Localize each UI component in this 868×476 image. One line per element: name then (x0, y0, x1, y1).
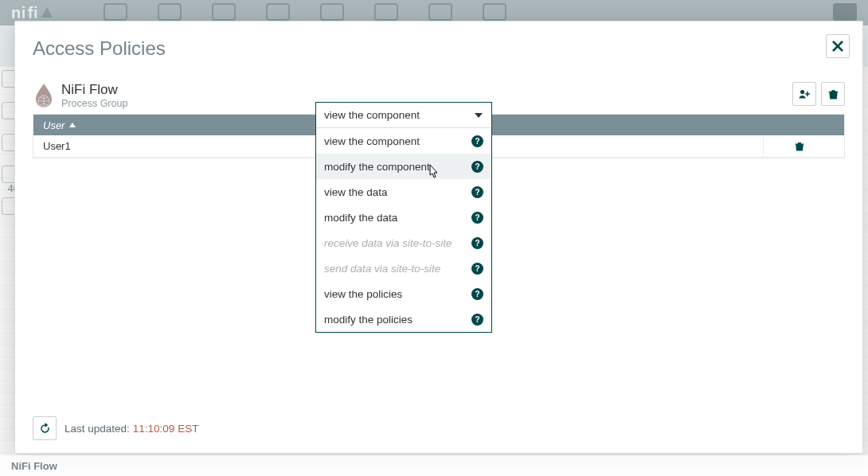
question-circle-icon[interactable]: ? (471, 237, 483, 249)
policy-option-label: receive data via site-to-site (324, 237, 452, 249)
policy-dropdown-list: view the component?modify the component?… (316, 128, 491, 332)
policy-option[interactable]: modify the component? (316, 154, 491, 179)
toolbar-icon-stubs (104, 3, 506, 21)
policy-option-label: view the component (324, 135, 420, 147)
component-name: NiFi Flow (61, 82, 127, 98)
policy-dropdown-selected-label: view the component (324, 109, 420, 121)
chevron-down-icon (474, 111, 483, 120)
policy-option: send data via site-to-site? (316, 256, 491, 281)
column-header-user: User (43, 119, 65, 131)
question-circle-icon[interactable]: ? (471, 263, 483, 275)
policy-option: receive data via site-to-site? (316, 230, 491, 256)
policy-option-label: view the policies (324, 288, 402, 300)
question-circle-icon[interactable]: ? (471, 135, 483, 147)
refresh-button[interactable] (33, 416, 57, 440)
policy-type-dropdown[interactable]: view the component view the component?mo… (315, 102, 492, 333)
policy-option[interactable]: view the policies? (316, 281, 491, 306)
trash-icon[interactable] (794, 141, 805, 152)
policy-dropdown-selected[interactable]: view the component (316, 103, 491, 128)
last-updated-label: Last updated: (65, 423, 130, 435)
hamburger-menu-stub (833, 3, 857, 21)
breadcrumb-root: NiFi Flow (11, 460, 57, 472)
user-plus-icon (798, 88, 811, 100)
policy-option-label: send data via site-to-site (324, 263, 440, 275)
trash-icon (827, 88, 839, 100)
refresh-icon (39, 423, 51, 435)
question-circle-icon[interactable]: ? (471, 314, 483, 326)
question-circle-icon[interactable]: ? (471, 186, 483, 198)
question-circle-icon[interactable]: ? (471, 288, 483, 300)
policy-option-label: modify the policies (324, 314, 412, 326)
breadcrumb[interactable]: NiFi Flow (0, 455, 868, 476)
policy-option[interactable]: modify the data? (316, 205, 491, 230)
process-group-icon (33, 82, 55, 109)
delete-policy-button[interactable] (821, 82, 845, 106)
svg-point-1 (800, 90, 804, 94)
policy-option[interactable]: view the data? (316, 179, 491, 205)
policy-option-label: modify the data (324, 212, 397, 224)
close-icon (832, 41, 843, 52)
dialog-title: Access Policies (33, 37, 845, 60)
nifi-logo: nifi (11, 4, 53, 22)
question-circle-icon[interactable]: ? (471, 161, 483, 173)
policy-option[interactable]: modify the policies? (316, 306, 491, 332)
add-user-button[interactable] (792, 82, 816, 106)
question-circle-icon[interactable]: ? (471, 212, 483, 224)
last-updated-time: 11:10:09 EST (133, 423, 199, 435)
dialog-footer: Last updated: 11:10:09 EST (33, 416, 845, 440)
component-type: Process Group (61, 98, 127, 109)
policy-option-label: view the data (324, 186, 388, 198)
policy-option-label: modify the component (324, 161, 430, 173)
close-button[interactable] (826, 34, 850, 58)
row-actions (763, 135, 835, 157)
policy-option[interactable]: view the component? (316, 128, 491, 154)
sort-asc-icon (69, 123, 76, 127)
